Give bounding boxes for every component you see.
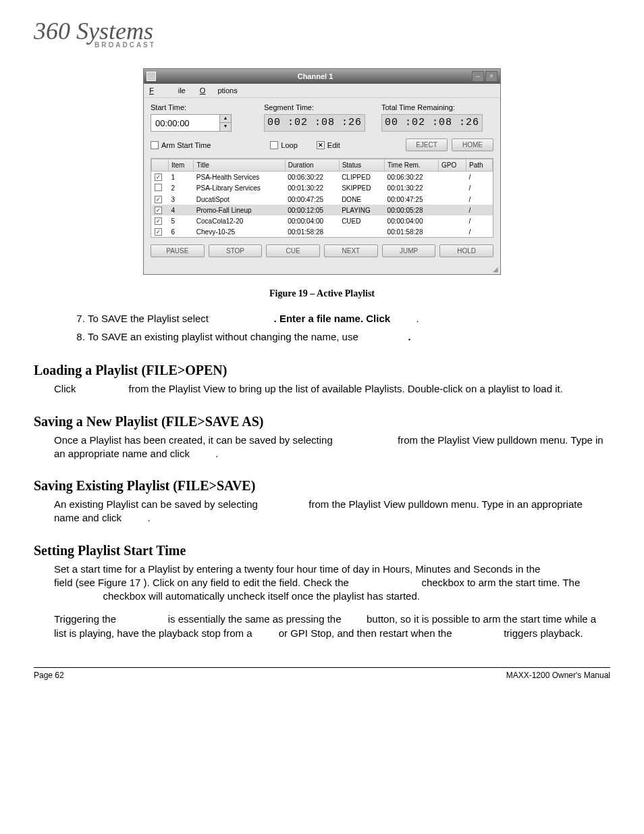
next-button[interactable]: NEXT [324, 244, 378, 257]
total-remaining-lcd: 00 :02 :08 :26 [381, 114, 483, 132]
resize-grip-icon[interactable]: ◢ [144, 265, 500, 274]
brand-logo: 360 Systems BROADCAST [34, 20, 610, 48]
row-checkbox[interactable] [155, 196, 162, 203]
menu-file[interactable]: File [149, 86, 186, 95]
window-title: Channel 1 [160, 72, 471, 80]
segment-time-label: Segment Time: [264, 103, 376, 114]
column-header[interactable]: Time Rem. [385, 159, 439, 172]
menu-options[interactable]: Options [200, 86, 238, 95]
table-row[interactable]: 2PSA-Library Services00:01:30:22SKIPPED0… [152, 182, 493, 194]
heading-save-new: Saving a New Playlist (FILE>SAVE AS) [34, 414, 610, 429]
menu-bar: File Options [144, 84, 500, 98]
step-8: To SAVE an existing playlist without cha… [88, 331, 610, 342]
close-button[interactable]: × [485, 71, 498, 82]
logo-subtext: BROADCAST [95, 42, 610, 48]
jump-button[interactable]: JUMP [382, 244, 436, 257]
playlist-table: ItemTitleDurationStatusTime Rem.GPOPath … [151, 158, 493, 238]
stop-button[interactable]: STOP [209, 244, 263, 257]
column-header[interactable]: GPO [439, 159, 466, 172]
spin-down-icon[interactable]: ▼ [220, 123, 231, 131]
column-header[interactable]: Item [168, 159, 193, 172]
segment-time-lcd: 00 :02 :08 :26 [264, 114, 365, 132]
logo-text: 360 Systems [34, 18, 153, 45]
column-header[interactable]: Status [339, 159, 384, 172]
edit-checkbox[interactable]: Edit [317, 141, 340, 149]
para-save-new: Once a Playlist has been created, it can… [54, 434, 610, 461]
cue-button[interactable]: CUE [266, 244, 320, 257]
pause-button[interactable]: PAUSE [151, 244, 205, 257]
window-icon [146, 72, 156, 81]
home-button[interactable]: HOME [452, 138, 493, 151]
column-header[interactable]: Title [194, 159, 285, 172]
column-header[interactable]: Duration [285, 159, 339, 172]
start-time-value[interactable]: 00:00:00 [151, 118, 219, 128]
footer-page: Page 62 [34, 671, 64, 680]
hold-button[interactable]: HOLD [439, 244, 493, 257]
spin-up-icon[interactable]: ▲ [220, 115, 231, 123]
row-checkbox[interactable] [155, 228, 162, 236]
table-row[interactable]: 4Promo-Fall Lineup00:00:12:05PLAYING00:0… [152, 205, 493, 215]
column-header[interactable] [152, 159, 169, 172]
row-checkbox[interactable] [155, 207, 162, 214]
title-bar: Channel 1 – × [144, 69, 500, 84]
row-checkbox[interactable] [155, 184, 162, 191]
para-start-time-2: Triggering the Start Time is essentially… [54, 613, 610, 640]
para-save-existing: An existing Playlist can be saved by sel… [54, 498, 610, 525]
para-loading: Click File>Open from the Playlist View t… [54, 382, 610, 396]
eject-button[interactable]: EJECT [406, 138, 448, 151]
row-checkbox[interactable] [155, 217, 162, 225]
table-row[interactable]: 3DucatiSpot00:00:47:25DONE00:00:47:25/ [152, 194, 493, 205]
step-7: To SAVE the Playlist select File>Save As… [88, 313, 610, 324]
figure-caption: Figure 19 – Active Playlist [34, 288, 610, 299]
footer-doc: MAXX-1200 Owner's Manual [506, 671, 610, 680]
row-checkbox[interactable] [155, 174, 162, 181]
minimize-button[interactable]: – [472, 71, 484, 82]
table-row[interactable]: 6Chevy-10-2500:01:58:2800:01:58:28/ [152, 226, 493, 237]
loop-checkbox[interactable]: Loop [270, 141, 297, 149]
start-time-field[interactable]: 00:00:00 ▲ ▼ [151, 114, 232, 132]
total-remaining-label: Total Time Remaining: [381, 103, 493, 114]
start-time-label: Start Time: [151, 103, 259, 114]
playlist-window: Channel 1 – × File Options Start Time: 0… [143, 68, 501, 275]
column-header[interactable]: Path [466, 159, 493, 172]
table-row[interactable]: 1PSA-Health Services00:06:30:22CLIPPED00… [152, 172, 493, 183]
step-list: To SAVE the Playlist select File>Save As… [88, 313, 610, 342]
heading-loading: Loading a Playlist (FILE>OPEN) [34, 363, 610, 378]
page-footer: Page 62 MAXX-1200 Owner's Manual [34, 667, 610, 680]
heading-save-existing: Saving Existing Playlist (FILE>SAVE) [34, 478, 610, 494]
arm-start-time-checkbox[interactable]: Arm Start Time [151, 141, 211, 149]
para-start-time-1: Set a start time for a Playlist by enter… [54, 563, 610, 604]
table-row[interactable]: 5CocaCola12-2000:00:04:00CUED00:00:04:00… [152, 215, 493, 226]
heading-start-time: Setting Playlist Start Time [34, 543, 610, 558]
